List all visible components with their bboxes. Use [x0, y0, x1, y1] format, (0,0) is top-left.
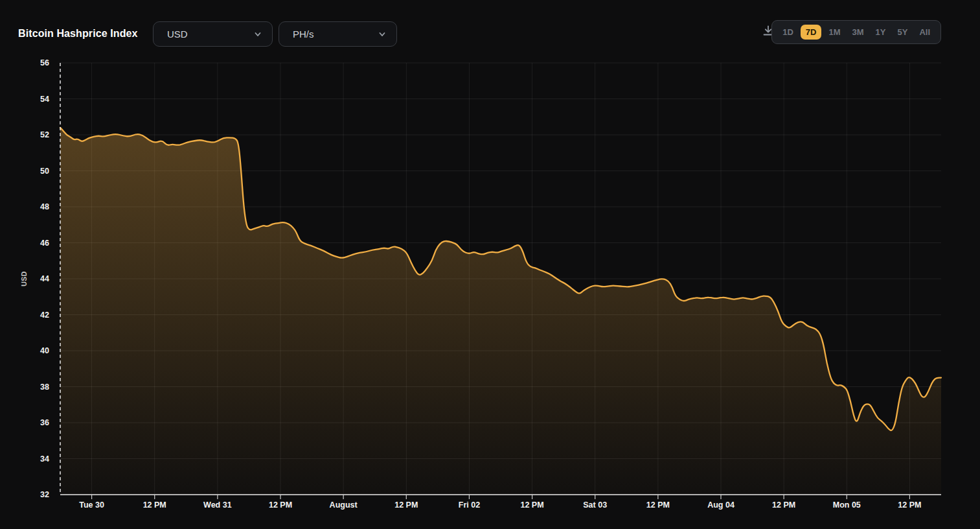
- x-axis-tick-label: 12 PM: [520, 500, 543, 510]
- y-axis-tick-label: 36: [0, 418, 49, 427]
- x-axis-tick-label: Mon 05: [833, 500, 861, 510]
- y-axis-tick-label: 40: [0, 346, 49, 355]
- chart-plot-area[interactable]: [60, 63, 941, 495]
- x-axis-tick-label: Tue 30: [79, 500, 104, 510]
- y-axis-tick-label: 46: [0, 239, 49, 248]
- x-axis-tick-label: 12 PM: [646, 500, 670, 510]
- x-axis-tick-label: 12 PM: [269, 500, 292, 510]
- x-axis-tick-label: 12 PM: [772, 500, 795, 510]
- y-axis-tick-label: 42: [0, 311, 49, 320]
- y-axis-tick-label: 50: [0, 167, 49, 176]
- x-axis-tick-label: 12 PM: [898, 500, 921, 510]
- y-axis-tick-label: 38: [0, 382, 49, 392]
- y-axis-tick-label: 48: [0, 202, 49, 211]
- y-axis-tick-label: 34: [0, 454, 49, 464]
- chart-svg: [0, 0, 980, 529]
- y-axis-tick-label: 56: [0, 58, 49, 67]
- x-axis-tick-label: Wed 31: [203, 500, 232, 510]
- x-axis-tick-label: Sat 03: [583, 500, 607, 510]
- y-axis-tick-label: 54: [0, 95, 49, 104]
- y-axis-tick-label: 52: [0, 130, 49, 139]
- y-axis-unit-label: USD: [20, 271, 28, 286]
- x-axis-tick-label: Fri 02: [459, 500, 480, 510]
- x-axis-tick-label: August: [330, 500, 358, 510]
- x-axis-tick-label: 12 PM: [394, 500, 418, 510]
- x-axis-tick-label: Aug 04: [707, 500, 735, 510]
- y-axis-tick-label: 32: [0, 490, 49, 499]
- x-axis-tick-label: 12 PM: [143, 500, 166, 510]
